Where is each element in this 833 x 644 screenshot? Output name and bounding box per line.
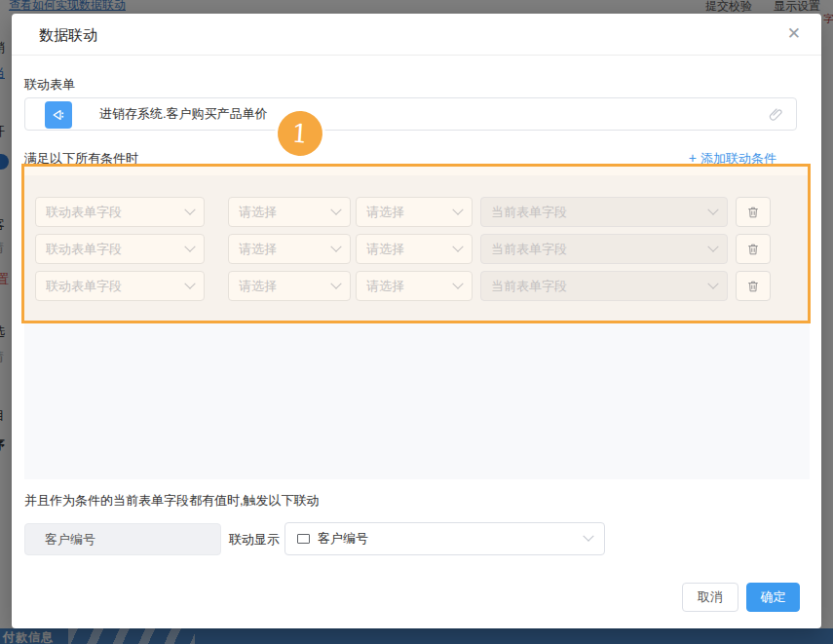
chevron-down-icon (184, 204, 195, 214)
linked-form-value: 进销存系统.客户购买产品单价 (99, 98, 268, 130)
delete-condition-button[interactable] (736, 234, 771, 264)
linkage-display-label: 联动显示 (229, 523, 280, 555)
add-condition-link[interactable]: +添加联动条件 (689, 150, 776, 168)
trash-icon (746, 280, 760, 293)
linked-form-select[interactable]: 进销存系统.客户购买产品单价 (24, 97, 797, 131)
select-placeholder: 联动表单字段 (46, 241, 122, 258)
value-type-select[interactable]: 请选择 (356, 271, 473, 301)
current-form-field-select[interactable]: 当前表单字段 (480, 234, 728, 264)
delete-condition-button[interactable] (736, 197, 771, 227)
linkage-display-value: 客户编号 (318, 530, 585, 548)
confirm-button[interactable]: 确定 (746, 583, 800, 612)
linked-field-select[interactable]: 联动表单字段 (35, 271, 205, 301)
select-placeholder: 请选择 (366, 241, 404, 258)
cancel-button[interactable]: 取消 (682, 583, 738, 612)
value-type-select[interactable]: 请选择 (356, 234, 473, 264)
chevron-down-icon (707, 278, 718, 288)
add-condition-label: 添加联动条件 (700, 151, 776, 166)
trash-icon (746, 206, 760, 219)
operator-select[interactable]: 请选择 (228, 234, 351, 264)
select-placeholder: 请选择 (239, 204, 277, 221)
chevron-down-icon (452, 278, 463, 288)
select-placeholder: 联动表单字段 (46, 278, 122, 295)
chevron-down-icon (184, 241, 195, 251)
text-field-type-icon (297, 534, 310, 544)
chevron-down-icon (452, 241, 463, 251)
select-placeholder: 当前表单字段 (491, 241, 567, 258)
operator-select[interactable]: 请选择 (228, 271, 351, 301)
chevron-down-icon (330, 241, 341, 251)
trash-icon (746, 243, 760, 256)
form-speaker-icon (45, 101, 72, 129)
plus-icon: + (689, 150, 697, 166)
select-placeholder: 当前表单字段 (491, 278, 567, 295)
select-placeholder: 请选择 (366, 278, 404, 295)
select-placeholder: 当前表单字段 (491, 204, 567, 221)
dialog-title: 数据联动 (39, 26, 97, 45)
select-placeholder: 请选择 (366, 204, 404, 221)
chevron-down-icon (707, 204, 718, 214)
select-placeholder: 请选择 (239, 278, 277, 295)
chevron-down-icon (707, 241, 718, 251)
condition-row: 联动表单字段 请选择 请选择 当前表单字段 (24, 271, 810, 301)
delete-condition-button[interactable] (736, 271, 771, 301)
chevron-down-icon (184, 278, 195, 288)
chevron-down-icon (583, 531, 593, 542)
linked-field-select[interactable]: 联动表单字段 (35, 197, 205, 227)
close-icon[interactable]: ✕ (787, 25, 801, 42)
chevron-down-icon (452, 204, 463, 214)
value-type-select[interactable]: 请选择 (356, 197, 473, 227)
linked-form-label: 联动表单 (24, 76, 75, 94)
screen: 查看如何实现数据联动 提交校验 显示设置 字段 销 当 开 客 请 配置 选 请… (0, 0, 833, 644)
current-field-chip: 客户编号 (24, 523, 221, 555)
data-linkage-dialog: 数据联动 ✕ 联动表单 进销存系统.客户购买产品单价 1 满足以下所有条件时 +… (12, 14, 821, 628)
conditions-header: 满足以下所有条件时 (24, 150, 138, 168)
chevron-down-icon (330, 204, 341, 214)
chevron-down-icon (330, 278, 341, 288)
paperclip-icon[interactable] (769, 107, 783, 126)
trigger-description: 并且作为条件的当前表单字段都有值时,触发以下联动 (24, 492, 320, 510)
conditions-panel: 联动表单字段 请选择 请选择 当前表单字段 联动表单字段 请选择 请选择 当前表… (24, 175, 810, 479)
select-placeholder: 请选择 (239, 241, 277, 258)
select-placeholder: 联动表单字段 (46, 204, 122, 221)
linked-field-select[interactable]: 联动表单字段 (35, 234, 205, 264)
operator-select[interactable]: 请选择 (228, 197, 351, 227)
current-form-field-select[interactable]: 当前表单字段 (480, 271, 728, 301)
current-form-field-select[interactable]: 当前表单字段 (480, 197, 728, 227)
condition-row: 联动表单字段 请选择 请选择 当前表单字段 (24, 197, 810, 227)
linkage-display-select[interactable]: 客户编号 (284, 522, 605, 555)
dialog-header: 数据联动 ✕ (12, 14, 821, 56)
condition-row: 联动表单字段 请选择 请选择 当前表单字段 (24, 234, 810, 264)
